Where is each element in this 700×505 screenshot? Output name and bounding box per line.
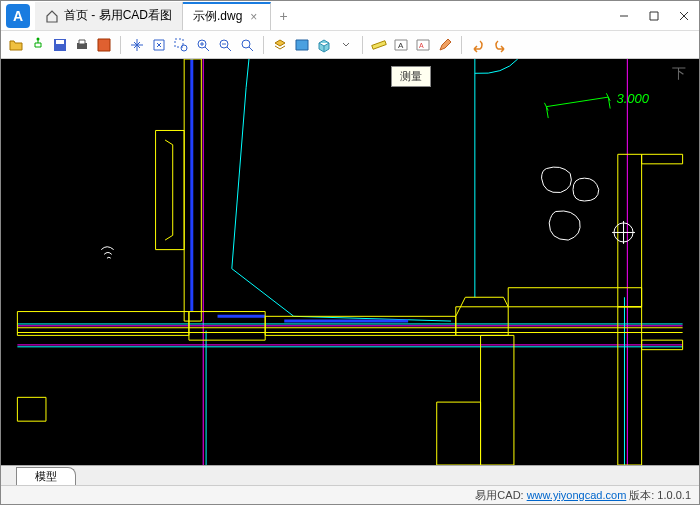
minimize-button[interactable] [609,1,639,31]
edit-button[interactable] [435,35,455,55]
layout-tabs: 模型 [1,465,699,485]
zoom-realtime-button[interactable] [237,35,257,55]
tab-close-icon[interactable]: × [247,10,260,24]
svg-rect-22 [296,40,308,50]
status-link[interactable]: www.yiyongcad.com [527,489,627,501]
statusbar: 易用CAD: www.yiyongcad.com 版本: 1.0.0.1 [1,485,699,504]
status-prefix: 易用CAD: [475,488,523,503]
toolbar: A A [1,31,699,59]
measure-button[interactable] [369,35,389,55]
compass-label: 下 [672,65,686,83]
svg-line-14 [205,47,209,51]
pan-button[interactable] [127,35,147,55]
status-version: 1.0.0.1 [657,489,691,501]
svg-rect-8 [79,40,85,44]
titlebar: A 首页 - 易用CAD看图 示例.dwg × + [1,1,699,31]
layers-button[interactable] [270,35,290,55]
tab-file[interactable]: 示例.dwg × [183,2,271,30]
svg-rect-50 [618,307,642,465]
app-logo: A [6,4,30,28]
svg-point-12 [181,45,187,51]
close-button[interactable] [669,1,699,31]
drawing-svg [1,59,699,465]
separator [362,36,363,54]
save-button[interactable] [50,35,70,55]
zoom-extents-button[interactable] [149,35,169,55]
tab-home[interactable]: 首页 - 易用CAD看图 [35,2,183,30]
svg-line-21 [249,47,253,51]
status-version-label: 版本: [629,488,654,503]
annotate-button[interactable]: A [413,35,433,55]
svg-rect-47 [618,154,642,306]
svg-line-18 [227,47,231,51]
cad-canvas[interactable]: 测量 下 3.000 [1,59,699,465]
home-icon [45,9,59,23]
separator [120,36,121,54]
svg-text:A: A [419,42,424,49]
svg-rect-6 [56,40,64,44]
tab-file-label: 示例.dwg [193,8,242,25]
properties-button[interactable] [292,35,312,55]
window-controls [609,1,699,31]
zoom-in-button[interactable] [193,35,213,55]
dimension-value: 3.000 [616,91,649,106]
separator [461,36,462,54]
undo-button[interactable] [468,35,488,55]
svg-rect-48 [642,154,683,164]
model-tab[interactable]: 模型 [16,467,76,485]
zoom-window-button[interactable] [171,35,191,55]
svg-point-20 [242,40,250,48]
print-button[interactable] [72,35,92,55]
tab-home-label: 首页 - 易用CAD看图 [64,7,172,24]
svg-rect-46 [508,288,641,307]
svg-rect-51 [481,335,514,465]
svg-rect-9 [98,39,110,51]
svg-rect-41 [156,130,185,249]
measure-tooltip: 测量 [391,66,431,87]
svg-rect-1 [650,12,658,20]
svg-rect-23 [372,40,387,49]
new-tab-button[interactable]: + [271,8,295,24]
open-button[interactable] [6,35,26,55]
redo-button[interactable] [490,35,510,55]
svg-rect-45 [456,307,508,336]
text-button[interactable]: A [391,35,411,55]
svg-rect-52 [437,402,481,465]
svg-rect-53 [17,397,46,421]
export-button[interactable] [94,35,114,55]
dropdown-icon[interactable] [336,35,356,55]
svg-text:A: A [398,41,404,50]
svg-point-4 [37,37,40,40]
zoom-out-button[interactable] [215,35,235,55]
svg-line-59 [546,97,608,107]
3d-button[interactable] [314,35,334,55]
tree-button[interactable] [28,35,48,55]
separator [263,36,264,54]
maximize-button[interactable] [639,1,669,31]
